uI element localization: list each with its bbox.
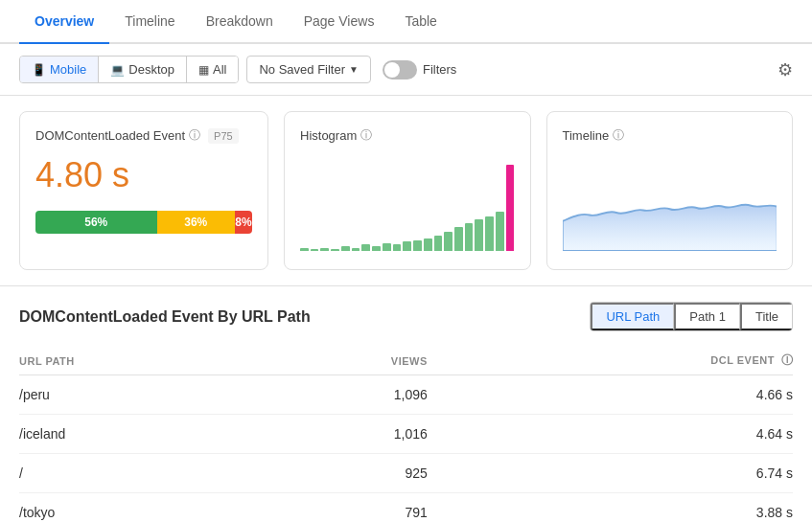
hist-bar [413, 240, 422, 251]
toggle-knob [384, 62, 400, 78]
hist-bar [475, 219, 483, 251]
timeline-card-title: Timeline ⓘ [563, 127, 777, 144]
timeline-title-text: Timeline [563, 128, 610, 143]
cell-views: 791 [266, 493, 428, 523]
hist-bar [496, 212, 504, 251]
col-url-path: URL PATH [19, 347, 266, 375]
timeline-help-icon[interactable]: ⓘ [613, 127, 624, 144]
cell-dcl: 6.74 s [428, 454, 793, 493]
mobile-icon: 📱 [32, 63, 46, 77]
bottom-title: DOMContentLoaded Event By URL Path [19, 308, 311, 326]
progress-red: 8% [235, 211, 252, 234]
cell-views: 1,016 [266, 415, 428, 454]
cell-views: 925 [266, 454, 428, 493]
desktop-icon: 💻 [110, 63, 125, 77]
dom-metric-value: 4.80 s [35, 155, 252, 195]
nav-page-views[interactable]: Page Views [289, 0, 390, 42]
path-tab-title[interactable]: Title [740, 303, 792, 330]
histogram-card-title: Histogram ⓘ [300, 127, 515, 144]
hist-bar [485, 216, 494, 251]
hist-bar [465, 223, 474, 251]
table-header: URL PATH VIEWS DCL EVENT ⓘ [19, 347, 793, 375]
histogram-bars [300, 155, 515, 251]
cell-dcl: 4.64 s [428, 415, 793, 454]
hist-bar [383, 243, 391, 251]
histogram-title-text: Histogram [300, 128, 357, 143]
cards-row: DOMContentLoaded Event ⓘ P75 4.80 s 56% … [0, 96, 812, 285]
table-body: /peru 1,096 4.66 s /iceland 1,016 4.64 s… [19, 375, 793, 523]
dom-card-help-icon[interactable]: ⓘ [189, 127, 200, 144]
dom-card-title: DOMContentLoaded Event ⓘ P75 [35, 127, 252, 144]
col-dcl-label: DCL EVENT [710, 354, 775, 366]
cell-path: /peru [19, 375, 266, 415]
mobile-label: Mobile [50, 62, 86, 77]
nav-overview[interactable]: Overview [19, 0, 109, 42]
hist-bar [300, 248, 309, 251]
hist-bar [361, 244, 370, 251]
timeline-svg [563, 155, 777, 251]
filters-label: Filters [423, 62, 456, 77]
path-tab-url[interactable]: URL Path [591, 303, 674, 330]
timeline-area [563, 155, 777, 254]
all-btn[interactable]: ▦ All [187, 57, 238, 82]
nav-breakdown[interactable]: Breakdown [191, 0, 289, 42]
nav-timeline[interactable]: Timeline [109, 0, 190, 42]
bottom-header: DOMContentLoaded Event By URL Path URL P… [19, 302, 793, 331]
histogram-help-icon[interactable]: ⓘ [360, 127, 372, 144]
desktop-btn[interactable]: 💻 Desktop [99, 57, 187, 82]
filter-label: No Saved Filter [259, 62, 345, 77]
hist-bar [311, 249, 319, 251]
path-tabs: URL Path Path 1 Title [590, 302, 793, 331]
hist-bar [444, 232, 452, 251]
cell-path: /tokyo [19, 493, 266, 523]
timeline-card: Timeline ⓘ [546, 111, 794, 270]
table-row: /iceland 1,016 4.64 s [19, 415, 793, 454]
progress-red-label: 8% [235, 216, 251, 229]
dom-card-badge: P75 [208, 128, 239, 144]
all-icon: ▦ [198, 63, 209, 77]
hist-bar [352, 248, 360, 251]
cell-path: /iceland [19, 415, 266, 454]
progress-green: 56% [35, 211, 157, 234]
device-group: 📱 Mobile 💻 Desktop ▦ All [19, 56, 239, 83]
toolbar: 📱 Mobile 💻 Desktop ▦ All No Saved Filter… [0, 44, 812, 96]
hist-bar [424, 238, 432, 251]
cell-dcl: 4.66 s [428, 375, 793, 415]
chevron-down-icon: ▼ [349, 64, 359, 75]
filters-toggle[interactable] [383, 60, 417, 79]
cell-path: / [19, 454, 266, 493]
all-label: All [213, 62, 226, 77]
cell-views: 1,096 [266, 375, 428, 415]
table-row: /tokyo 791 3.88 s [19, 493, 793, 523]
col-dcl-event: DCL EVENT ⓘ [428, 347, 793, 375]
bottom-section: DOMContentLoaded Event By URL Path URL P… [0, 285, 812, 522]
progress-orange-label: 36% [184, 216, 207, 229]
data-table: URL PATH VIEWS DCL EVENT ⓘ /peru 1,096 4… [19, 347, 793, 522]
top-nav: Overview Timeline Breakdown Page Views T… [0, 0, 812, 44]
settings-icon[interactable]: ⚙ [777, 59, 793, 80]
hist-bar [341, 246, 350, 251]
progress-orange: 36% [157, 211, 235, 234]
hist-bar [331, 249, 339, 251]
hist-bar [320, 248, 329, 251]
desktop-label: Desktop [128, 62, 174, 77]
cell-dcl: 3.88 s [428, 493, 793, 523]
histogram-card: Histogram ⓘ [284, 111, 531, 270]
progress-bar: 56% 36% 8% [35, 211, 252, 234]
hist-bar [506, 165, 515, 251]
filter-button[interactable]: No Saved Filter ▼ [246, 56, 371, 83]
dom-card-title-text: DOMContentLoaded Event [35, 128, 185, 143]
path-tab-path1[interactable]: Path 1 [674, 303, 740, 330]
dom-card: DOMContentLoaded Event ⓘ P75 4.80 s 56% … [19, 111, 268, 270]
hist-bar [372, 246, 381, 251]
table-row: / 925 6.74 s [19, 454, 793, 493]
dcl-help-icon[interactable]: ⓘ [781, 353, 794, 367]
hist-bar [434, 236, 443, 251]
nav-table[interactable]: Table [389, 0, 452, 42]
filters-toggle-area: Filters [383, 60, 456, 79]
hist-bar [393, 244, 402, 251]
hist-bar [403, 241, 411, 251]
mobile-btn[interactable]: 📱 Mobile [20, 57, 99, 82]
col-views: VIEWS [266, 347, 428, 375]
progress-green-label: 56% [84, 216, 107, 229]
